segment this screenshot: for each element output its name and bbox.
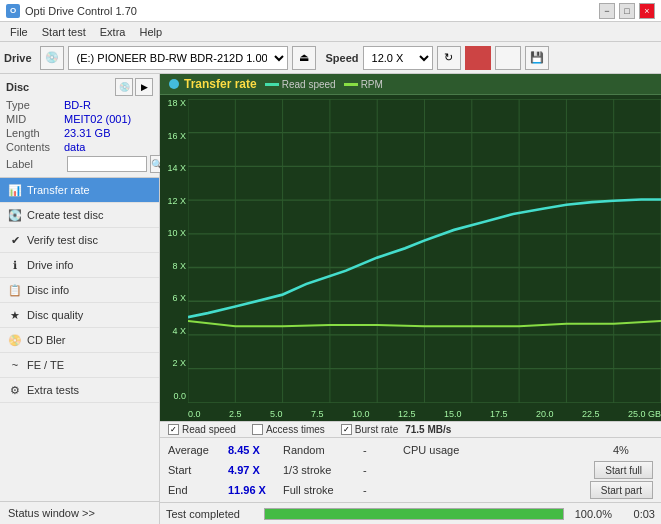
start-part-button[interactable]: Start part <box>590 481 653 499</box>
burst-rate-checkbox[interactable]: ✓ <box>341 424 352 435</box>
menu-extra[interactable]: Extra <box>94 25 132 39</box>
end-val: 11.96 X <box>228 484 283 496</box>
disc-label-row: Label 🔍 <box>6 155 153 173</box>
chart-title: Transfer rate <box>184 77 257 91</box>
speed-select[interactable]: 12.0 X <box>363 46 433 70</box>
save-button[interactable]: 💾 <box>525 46 549 70</box>
access-times-cb-label: Access times <box>266 424 325 435</box>
contents-val: data <box>64 141 85 153</box>
nav-status-window[interactable]: Status window >> <box>0 502 159 524</box>
extra-tests-icon: ⚙ <box>8 383 22 397</box>
nav-cd-bler-label: CD Bler <box>27 334 66 346</box>
eject-button[interactable]: ⏏ <box>292 46 316 70</box>
nav-drive-info[interactable]: ℹ Drive info <box>0 253 159 278</box>
title-bar: O Opti Drive Control 1.70 − □ × <box>0 0 661 22</box>
stats-row-1: Average 8.45 X Random - CPU usage 4% <box>168 440 653 460</box>
label-input[interactable] <box>67 156 147 172</box>
nav-disc-quality-label: Disc quality <box>27 309 83 321</box>
drive-select[interactable]: (E:) PIONEER BD-RW BDR-212D 1.00 <box>68 46 288 70</box>
progress-bar-container <box>264 508 564 520</box>
close-button[interactable]: × <box>639 3 655 19</box>
toolbar: Drive 💿 (E:) PIONEER BD-RW BDR-212D 1.00… <box>0 42 661 74</box>
stats-rows: Average 8.45 X Random - CPU usage 4% Sta… <box>160 438 661 502</box>
y-label-6: 6 X <box>160 294 188 303</box>
x-label-0: 0.0 <box>188 409 201 419</box>
full-stroke-key: Full stroke <box>283 484 363 496</box>
refresh-button[interactable]: ↻ <box>437 46 461 70</box>
media-button2[interactable] <box>495 46 521 70</box>
disc-btn1[interactable]: 💿 <box>115 78 133 96</box>
progress-percent: 100.0% <box>572 508 612 520</box>
chart-svg <box>188 99 661 403</box>
length-key: Length <box>6 127 64 139</box>
burst-rate-cb-label: Burst rate <box>355 424 398 435</box>
read-speed-checkbox[interactable]: ✓ <box>168 424 179 435</box>
status-bar: Test completed 100.0% 0:03 <box>160 502 661 524</box>
y-label-14: 14 X <box>160 164 188 173</box>
disc-mid-row: MID MEIT02 (001) <box>6 113 153 125</box>
nav-disc-info[interactable]: 📋 Disc info <box>0 278 159 303</box>
nav-create-test-label: Create test disc <box>27 209 103 221</box>
average-key: Average <box>168 444 228 456</box>
menu-bar: File Start test Extra Help <box>0 22 661 42</box>
label-key: Label <box>6 158 64 170</box>
contents-key: Contents <box>6 141 64 153</box>
y-label-4: 4 X <box>160 327 188 336</box>
disc-panel: Disc 💿 ▶ Type BD-R MID MEIT02 (001) Leng… <box>0 74 159 178</box>
mid-val: MEIT02 (001) <box>64 113 131 125</box>
x-axis: 0.0 2.5 5.0 7.5 10.0 12.5 15.0 17.5 20.0… <box>188 409 661 419</box>
type-val: BD-R <box>64 99 91 111</box>
minimize-button[interactable]: − <box>599 3 615 19</box>
y-label-10: 10 X <box>160 229 188 238</box>
nav-drive-info-label: Drive info <box>27 259 73 271</box>
nav-extra-tests[interactable]: ⚙ Extra tests <box>0 378 159 403</box>
disc-contents-row: Contents data <box>6 141 153 153</box>
y-label-2: 2 X <box>160 359 188 368</box>
checkbox-row: ✓ Read speed Access times ✓ Burst rate 7… <box>160 422 661 438</box>
nav-transfer-rate[interactable]: 📊 Transfer rate <box>0 178 159 203</box>
menu-help[interactable]: Help <box>133 25 168 39</box>
verify-disc-icon: ✔ <box>8 233 22 247</box>
y-label-18: 18 X <box>160 99 188 108</box>
random-val: - <box>363 444 403 456</box>
nav-disc-quality[interactable]: ★ Disc quality <box>0 303 159 328</box>
drive-icon: 💿 <box>40 46 64 70</box>
speed-label: Speed <box>326 52 359 64</box>
read-speed-cb-label: Read speed <box>182 424 236 435</box>
disc-info-icon: 📋 <box>8 283 22 297</box>
nav-fe-te[interactable]: ~ FE / TE <box>0 353 159 378</box>
average-val: 8.45 X <box>228 444 283 456</box>
nav-section: 📊 Transfer rate 💽 Create test disc ✔ Ver… <box>0 178 159 501</box>
cpu-val: 4% <box>613 444 653 456</box>
media-button1[interactable] <box>465 46 491 70</box>
disc-quality-icon: ★ <box>8 308 22 322</box>
start-full-button[interactable]: Start full <box>594 461 653 479</box>
y-label-16: 16 X <box>160 132 188 141</box>
menu-start-test[interactable]: Start test <box>36 25 92 39</box>
stats-row-2: Start 4.97 X 1/3 stroke - Start full <box>168 460 653 480</box>
length-val: 23.31 GB <box>64 127 110 139</box>
disc-btn2[interactable]: ▶ <box>135 78 153 96</box>
nav-transfer-rate-label: Transfer rate <box>27 184 90 196</box>
y-axis: 18 X 16 X 14 X 12 X 10 X 8 X 6 X 4 X 2 X… <box>160 99 188 401</box>
nav-verify-test-disc[interactable]: ✔ Verify test disc <box>0 228 159 253</box>
progress-bar-fill <box>265 509 563 519</box>
access-times-checkbox[interactable] <box>252 424 263 435</box>
chart-area: 18 X 16 X 14 X 12 X 10 X 8 X 6 X 4 X 2 X… <box>160 95 661 421</box>
drive-info-icon: ℹ <box>8 258 22 272</box>
maximize-button[interactable]: □ <box>619 3 635 19</box>
transfer-rate-icon: 📊 <box>8 183 22 197</box>
start-val: 4.97 X <box>228 464 283 476</box>
nav-cd-bler[interactable]: 📀 CD Bler <box>0 328 159 353</box>
burst-rate-value: 71.5 MB/s <box>405 424 451 435</box>
random-key: Random <box>283 444 363 456</box>
nav-create-test-disc[interactable]: 💽 Create test disc <box>0 203 159 228</box>
content-area: Transfer rate Read speed RPM 18 X 16 X 1… <box>160 74 661 524</box>
create-disc-icon: 💽 <box>8 208 22 222</box>
stroke-val: - <box>363 464 403 476</box>
menu-file[interactable]: File <box>4 25 34 39</box>
rpm-legend-color <box>344 83 358 86</box>
legend-read-speed: Read speed <box>265 79 336 90</box>
nav-fe-te-label: FE / TE <box>27 359 64 371</box>
drive-label: Drive <box>4 52 32 64</box>
